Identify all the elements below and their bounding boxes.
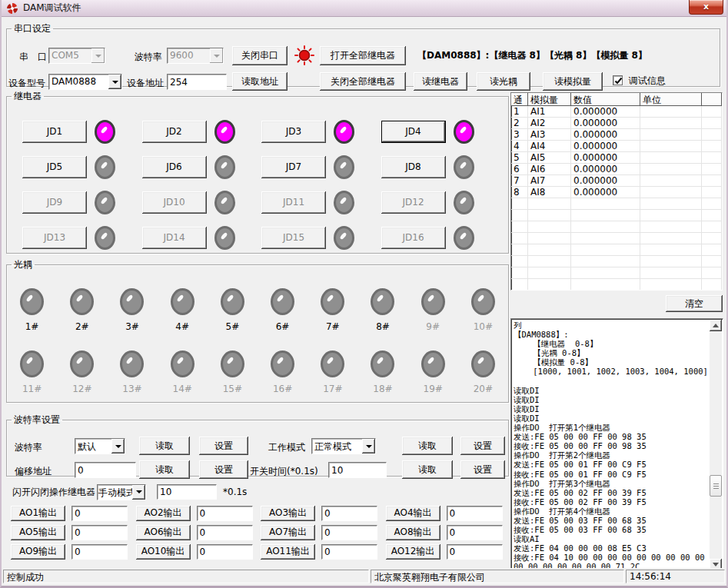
ao-output-cell: AO8输出 xyxy=(386,523,511,542)
offset-read-button[interactable]: 读取 xyxy=(139,460,190,479)
relay-cell: JD15 xyxy=(261,220,381,255)
read-relay-button[interactable]: 读继电器 xyxy=(414,72,467,91)
ao-output-cell: AO3输出 xyxy=(261,503,386,523)
ao-output-input-8[interactable] xyxy=(447,525,503,540)
status-time: 14:56:14 xyxy=(626,570,725,583)
ao-output-input-11[interactable] xyxy=(321,544,377,560)
ao-output-button-8[interactable]: AO8输出 xyxy=(386,525,440,540)
analog-table-cell xyxy=(702,164,722,175)
work-mode-arrow-icon[interactable] xyxy=(362,439,375,453)
offset-addr-input[interactable] xyxy=(75,462,136,478)
log-scrollbar[interactable] xyxy=(710,320,722,570)
relay-button-jd8[interactable]: JD8 xyxy=(381,156,446,178)
analog-table-empty-cell xyxy=(640,256,702,267)
debug-info-checkbox[interactable] xyxy=(613,75,623,85)
serial-status-led xyxy=(294,45,314,65)
opto-led-16 xyxy=(271,350,294,377)
analog-table-empty-cell xyxy=(702,233,722,244)
read-analog-button[interactable]: 读模拟量 xyxy=(543,72,603,91)
ao-output-input-6[interactable] xyxy=(197,525,253,540)
analog-table-empty-cell xyxy=(528,210,571,221)
analog-table-header[interactable] xyxy=(702,93,722,106)
switch-time-input[interactable] xyxy=(328,462,387,478)
work-mode-combo[interactable]: 正常模式 xyxy=(311,438,376,454)
switch-time-set-button[interactable]: 设置 xyxy=(460,460,505,479)
ao-output-button-12[interactable]: AO12输出 xyxy=(386,544,440,560)
analog-table-cell xyxy=(640,175,702,187)
scrollbar-thumb[interactable] xyxy=(710,475,722,497)
work-mode-set-button[interactable]: 设置 xyxy=(460,437,505,455)
ao-output-button-10[interactable]: AO10输出 xyxy=(136,544,191,560)
ao-output-button-11[interactable]: AO11输出 xyxy=(261,544,315,560)
relay-button-jd12: JD12 xyxy=(381,191,446,214)
ao-output-input-5[interactable] xyxy=(71,525,128,540)
work-mode-label: 工作模式 xyxy=(268,441,305,454)
offset-set-button[interactable]: 设置 xyxy=(199,460,248,479)
analog-table-header[interactable]: 模拟量 xyxy=(528,93,571,106)
relay-button-jd5[interactable]: JD5 xyxy=(22,156,87,178)
relay-button-jd7[interactable]: JD7 xyxy=(261,156,326,178)
ao-output-input-3[interactable] xyxy=(321,506,377,521)
ao-output-input-1[interactable] xyxy=(71,506,128,521)
relay-button-jd6[interactable]: JD6 xyxy=(142,156,207,178)
scroll-up-icon[interactable] xyxy=(710,320,722,331)
baud-combo-value: 9600 xyxy=(168,48,210,63)
analog-table-empty-cell xyxy=(640,221,702,233)
analog-table-header[interactable]: 单位 xyxy=(640,93,702,106)
clear-log-button[interactable]: 清空 xyxy=(666,295,723,312)
device-model-value: DAM0888 xyxy=(49,75,108,89)
device-model-combo[interactable]: DAM0888 xyxy=(48,74,122,90)
baud-setting-arrow-icon[interactable] xyxy=(111,439,125,453)
relay-button-jd2[interactable]: JD2 xyxy=(142,121,207,143)
relay-button-jd15: JD15 xyxy=(261,227,326,249)
close-port-button[interactable]: 关闭串口 xyxy=(232,46,288,65)
ao-output-button-5[interactable]: AO5输出 xyxy=(11,525,65,540)
flash-time-input[interactable] xyxy=(157,484,217,500)
relay-button-jd4[interactable]: JD4 xyxy=(381,121,446,143)
ao-output-button-7[interactable]: AO7输出 xyxy=(261,525,315,540)
opto-led-19 xyxy=(421,350,445,377)
flash-mode-combo[interactable]: 手动模式 xyxy=(97,484,146,500)
ao-output-button-3[interactable]: AO3输出 xyxy=(261,506,315,521)
baud-read-button[interactable]: 读取 xyxy=(139,437,190,455)
ao-output-cell: AO12输出 xyxy=(386,542,511,561)
ao-output-input-7[interactable] xyxy=(321,525,377,540)
analog-table-empty-cell xyxy=(702,198,722,210)
analog-table-header[interactable]: 通 xyxy=(511,93,528,106)
ao-output-button-9[interactable]: AO9输出 xyxy=(11,544,65,560)
opto-led-1 xyxy=(20,288,44,315)
read-opto-button[interactable]: 读光耦 xyxy=(477,72,530,91)
baud-setting-combo[interactable]: 默认 xyxy=(75,438,125,454)
work-mode-read-button[interactable]: 读取 xyxy=(402,437,453,455)
relay-button-jd3[interactable]: JD3 xyxy=(261,121,326,143)
device-model-arrow-icon[interactable] xyxy=(108,75,121,89)
log-area[interactable]: 列 【DAM0888】: 【继电器 0-8】 【光耦 0-8】 【模拟量 0-8… xyxy=(510,318,723,572)
ao-output-button-1[interactable]: AO1输出 xyxy=(11,506,65,521)
open-all-relays-button[interactable]: 打开全部继电器 xyxy=(320,46,406,65)
ao-output-button-4[interactable]: AO4输出 xyxy=(386,506,440,521)
read-addr-button[interactable]: 读取地址 xyxy=(232,72,288,91)
close-button[interactable]: x xyxy=(689,0,723,15)
opto-led-15 xyxy=(221,350,244,377)
switch-time-read-button[interactable]: 读取 xyxy=(402,460,453,479)
ao-output-button-6[interactable]: AO6输出 xyxy=(136,525,191,540)
flash-mode-arrow-icon[interactable] xyxy=(132,485,145,500)
log-text: 列 【DAM0888】: 【继电器 0-8】 【光耦 0-8】 【模拟量 0-8… xyxy=(514,321,709,570)
analog-table-header[interactable]: 数值 xyxy=(571,93,640,106)
ao-output-input-10[interactable] xyxy=(197,544,253,560)
device-addr-input[interactable] xyxy=(167,74,227,90)
opto-label: 12# xyxy=(72,384,91,394)
relay-led-jd11 xyxy=(334,191,354,214)
baud-set-button[interactable]: 设置 xyxy=(199,437,248,455)
ao-output-input-2[interactable] xyxy=(197,506,253,521)
baud-settings-group: 波特率设置 波特率 默认 读取 设置 工作模式 正常模式 读取 设置 偏移地址 … xyxy=(6,414,509,477)
ao-output-button-2[interactable]: AO2输出 xyxy=(136,506,191,521)
ao-output-input-12[interactable] xyxy=(447,544,503,560)
analog-table-empty-cell xyxy=(571,221,640,233)
opto-led-17 xyxy=(321,350,344,377)
relay-button-jd1[interactable]: JD1 xyxy=(22,121,87,143)
ao-output-input-4[interactable] xyxy=(447,506,503,521)
close-all-relays-button[interactable]: 关闭全部继电器 xyxy=(320,72,406,91)
ao-output-input-9[interactable] xyxy=(71,544,128,560)
analog-table-cell: 0.000000 xyxy=(571,106,640,118)
